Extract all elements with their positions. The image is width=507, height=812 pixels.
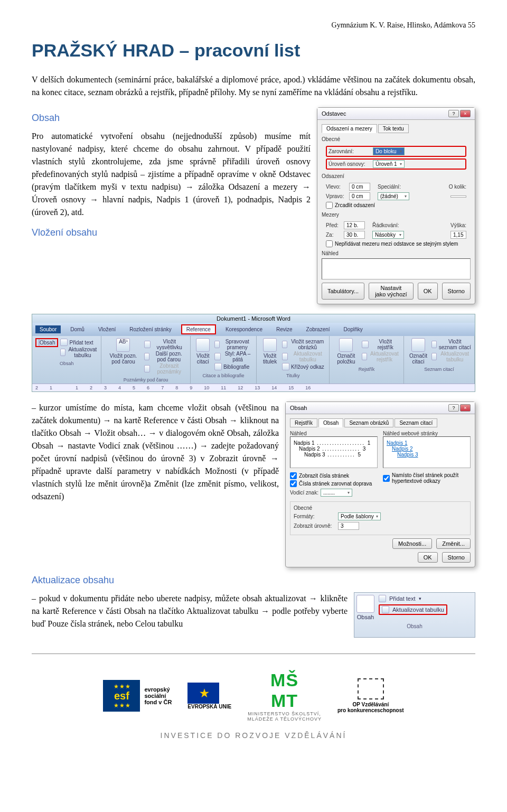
ok-button[interactable]: OK — [418, 283, 438, 300]
button-moznosti[interactable]: Možnosti... — [392, 538, 432, 549]
combo-styl-citace[interactable]: Styl: APA – pátá — [214, 351, 253, 362]
ribbon-snippet-obsah: Obsah Přidat text ▾ Aktualizovat tabulku… — [354, 592, 475, 638]
button-aktual-tabulku-small[interactable]: Aktualizovat tabulku — [379, 604, 447, 615]
tab-vlozeni[interactable]: Vložení — [94, 325, 120, 333]
tab-korespondence[interactable]: Korespondence — [221, 325, 267, 333]
button-vlozit-pozn[interactable]: AB¹Vložit pozn. pod čarou — [105, 338, 142, 375]
tab-soubor[interactable]: Soubor — [35, 325, 61, 333]
button-tabulatory[interactable]: Tabulátory... — [322, 283, 364, 300]
add-text-icon — [379, 595, 386, 602]
dialog-obsah-title: Obsah — [290, 405, 307, 411]
help-icon[interactable]: ? — [448, 404, 459, 412]
chevron-down-icon: ▾ — [400, 149, 402, 154]
main-title: PRAŽSKÝ HRAD – pracovní list — [32, 40, 475, 61]
button-oznacit-citaci[interactable]: Označit citaci — [407, 338, 429, 365]
button-bibliografie[interactable]: Bibliografie — [214, 363, 253, 370]
tab-domu[interactable]: Domů — [66, 325, 89, 333]
tab-tok-textu[interactable]: Tok textu — [378, 124, 409, 133]
close-icon[interactable]: × — [460, 110, 471, 117]
cancel-button[interactable]: Storno — [442, 283, 471, 300]
spin-vlevo[interactable]: 0 cm — [349, 183, 370, 191]
index-icon — [339, 338, 353, 352]
button-pridat-text-small[interactable]: Přidat text ▾ — [379, 595, 421, 602]
button-obsah-small[interactable]: Obsah — [356, 614, 374, 620]
footer-motto: INVESTICE DO ROZVOJE VZDĚLÁVÁNÍ — [32, 731, 475, 740]
section-nahled: Náhled — [322, 250, 471, 256]
toc-icon — [356, 595, 374, 613]
button-seznam-citaci[interactable]: Vložit seznam citací — [431, 339, 471, 350]
app-title: Dokument1 - Microsoft Word — [32, 314, 475, 323]
button-vlozit-rejstrik[interactable]: Vložit rejstřík — [362, 339, 400, 350]
section-obecne: Obecné — [322, 136, 471, 142]
button-aktual-tabulku-2: Aktualizovat tabulku — [282, 351, 326, 362]
ruler: 2112345678910111213141516 — [32, 384, 475, 391]
combo-zarovnani[interactable]: Do bloku▾ — [373, 147, 405, 155]
button-seznam-obrazku[interactable]: Vložit seznam obrázků — [282, 339, 326, 350]
group-label-poznamky: Poznámky pod čarou — [105, 377, 186, 382]
button-zobrazit-pozn: Zobrazit poznámky — [144, 363, 187, 375]
button-vlozit-citaci[interactable]: Vložit citaci — [194, 338, 212, 371]
spin-urovne[interactable]: 3 — [338, 522, 359, 530]
footer-logos: ★ ★ ★ esf ★ ★ ★ evropský sociální fond v… — [32, 670, 475, 722]
button-obsah[interactable]: Obsah — [35, 338, 58, 347]
tab-rejstrik[interactable]: Rejstřík — [290, 418, 317, 427]
ok-button[interactable]: OK — [418, 552, 438, 563]
combo-uroven[interactable]: Úroveň 1▾ — [373, 160, 405, 168]
checkbox-zarovnat[interactable] — [290, 480, 297, 487]
mark-citation-icon — [411, 338, 425, 352]
close-icon[interactable]: × — [460, 404, 471, 412]
label-zarovnani: Zarovnání: — [328, 148, 371, 154]
tab-seznam-citaci[interactable]: Seznam citací — [395, 418, 437, 427]
button-zmenit[interactable]: Změnit... — [436, 538, 471, 549]
tab-reference[interactable]: Reference — [181, 324, 216, 334]
tab-odsazeni-mezery[interactable]: Odsazení a mezery — [322, 124, 377, 133]
combo-formaty[interactable]: Podle šablony▾ — [338, 512, 381, 520]
label-obecne2: Obecné — [294, 505, 467, 511]
button-vlozit-titulek[interactable]: Vložit titulek — [260, 338, 280, 371]
combo-vodici[interactable]: ........▾ — [321, 489, 352, 497]
label-urovne: Zobrazit úrovně: — [294, 523, 336, 529]
help-icon[interactable]: ? — [448, 110, 459, 117]
checkbox-cisla[interactable] — [290, 472, 297, 479]
button-aktual-tabulku-1[interactable]: Aktualizovat tabulku — [60, 347, 98, 358]
footer-rule — [32, 654, 475, 654]
spin-okolik[interactable] — [450, 195, 466, 198]
label-hyper: Namísto čísel stránek použít hypertextov… — [392, 472, 471, 484]
spin-pred[interactable]: 12 b. — [344, 221, 365, 229]
checkbox-nepridavat[interactable] — [326, 240, 333, 247]
intro-paragraph: V delších dokumentech (seminární práce, … — [32, 73, 475, 99]
button-vlozit-vysvetlivku[interactable]: Vložit vysvětlivku — [144, 339, 187, 350]
label-nepridavat: Nepřidávat mezeru mezi odstavce se stejn… — [335, 241, 458, 247]
dialog-odstavec: Odstavec ? × Odsazení a mezery Tok textu… — [317, 107, 475, 304]
spin-vyska[interactable]: 1,15 — [450, 231, 466, 239]
footnote-icon: AB¹ — [116, 338, 130, 352]
combo-radkovani[interactable]: Násobky▾ — [372, 231, 404, 239]
button-pridat-text[interactable]: Přidat text — [60, 339, 98, 346]
heading-vlozeni: Vložení obsahu — [32, 227, 311, 238]
refresh-icon — [60, 349, 65, 356]
button-default[interactable]: Nastavit jako výchozí — [369, 283, 414, 300]
button-krizovy-odkaz[interactable]: Křížový odkaz — [282, 363, 326, 370]
tab-zobrazeni[interactable]: Zobrazení — [302, 325, 334, 333]
group-label-obsah: Obsah — [35, 361, 98, 366]
tab-rozlozeni[interactable]: Rozložení stránky — [125, 325, 175, 333]
opvk-icon — [358, 678, 384, 699]
label-specialni: Speciální: — [378, 184, 401, 190]
tab-revize[interactable]: Revize — [272, 325, 297, 333]
button-aktual-tabulku-3: Aktualizovat tabulku — [431, 351, 471, 362]
spin-za[interactable]: 30 b. — [344, 231, 365, 239]
label-uroven: Úroveň osnovy: — [328, 161, 371, 167]
button-spravovat[interactable]: Spravovat prameny — [214, 339, 253, 350]
chevron-down-icon: ▾ — [400, 162, 402, 166]
tab-doplnky[interactable]: Doplňky — [340, 325, 367, 333]
cancel-button[interactable]: Storno — [442, 552, 471, 563]
label-vlevo: Vlevo: — [326, 184, 347, 190]
tab-seznam-obrazku[interactable]: Seznam obrázků — [344, 418, 393, 427]
checkbox-zrcadlit[interactable] — [326, 202, 333, 209]
combo-specialni[interactable]: (žádné)▾ — [378, 192, 409, 200]
button-oznacit-polozku[interactable]: Označit položku — [333, 338, 359, 365]
spin-vpravo[interactable]: 0 cm — [349, 192, 370, 200]
checkbox-hyper[interactable] — [383, 475, 390, 482]
button-dalsi-pozn[interactable]: Další pozn. pod čarou — [144, 351, 187, 362]
tab-obsah[interactable]: Obsah — [318, 418, 343, 427]
